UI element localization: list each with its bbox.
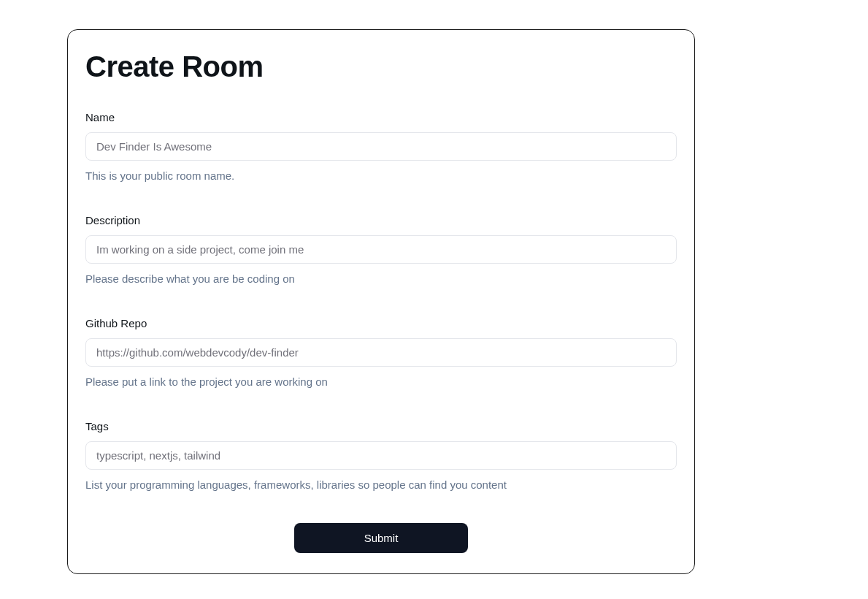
name-help: This is your public room name. (85, 169, 677, 182)
github-repo-help: Please put a link to the project you are… (85, 375, 677, 388)
github-repo-input[interactable] (85, 338, 677, 367)
tags-help: List your programming languages, framewo… (85, 478, 677, 491)
form-group-tags: Tags List your programming languages, fr… (85, 420, 677, 491)
create-room-card: Create Room Name This is your public roo… (67, 29, 695, 574)
github-repo-label: Github Repo (85, 317, 677, 329)
form-group-description: Description Please describe what you are… (85, 214, 677, 285)
submit-button[interactable]: Submit (294, 523, 469, 553)
page-title: Create Room (85, 50, 677, 83)
name-input[interactable] (85, 132, 677, 161)
submit-row: Submit (85, 523, 677, 553)
tags-input[interactable] (85, 441, 677, 470)
description-help: Please describe what you are be coding o… (85, 272, 677, 285)
tags-label: Tags (85, 420, 677, 432)
name-label: Name (85, 111, 677, 123)
form-group-name: Name This is your public room name. (85, 111, 677, 182)
description-label: Description (85, 214, 677, 226)
form-group-github-repo: Github Repo Please put a link to the pro… (85, 317, 677, 388)
description-input[interactable] (85, 235, 677, 264)
